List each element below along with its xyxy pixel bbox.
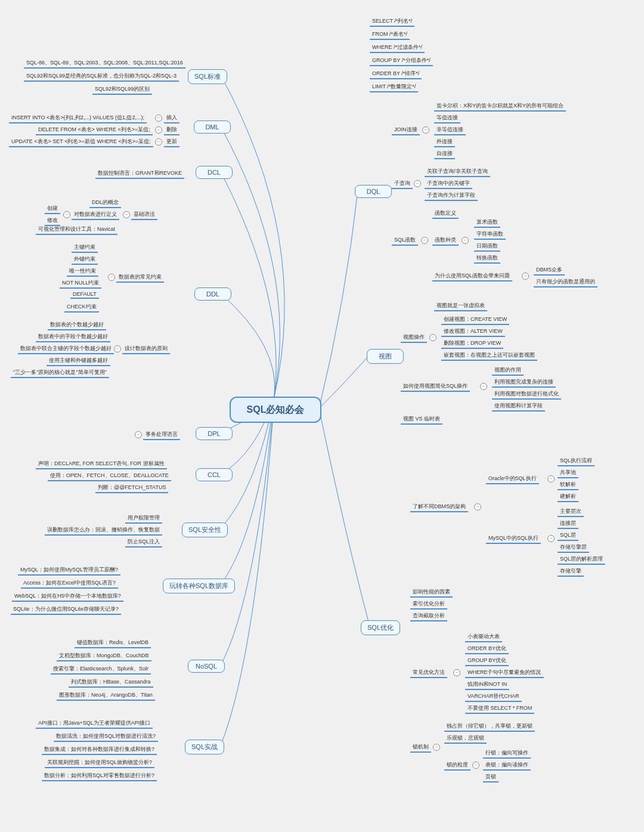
leaf: ORDER BY /*排序*/: [370, 69, 422, 79]
toggle-icon[interactable]: −: [63, 211, 70, 218]
leaf: WHERE /*过滤条件*/: [370, 43, 425, 53]
leaf: SQLite：为什么微信用SQLite存储聊天记录?: [11, 605, 121, 615]
branch-sec[interactable]: SQL安全性: [182, 522, 228, 537]
leaf: 对数据表进行定义: [72, 210, 119, 220]
leaf: 使用主键和外键越多越好: [47, 356, 110, 366]
leaf: 慎用IN和NOT IN: [465, 680, 509, 690]
leaf: 声明：DECLARE, FOR SELECT语句, FOR 游标属性: [36, 459, 167, 469]
leaf: WHERE子句中尽量避免的情况: [465, 668, 544, 678]
leaf: SQL92和SQL99的区别: [92, 85, 152, 95]
toggle-icon[interactable]: −: [472, 762, 479, 769]
leaf: 连接层: [558, 519, 578, 529]
branch-dcl[interactable]: DCL: [196, 166, 233, 179]
toggle-icon[interactable]: −: [108, 274, 115, 281]
leaf: 列式数据库：HBase、Cassandra: [69, 678, 153, 688]
leaf: MySQL中的SQL执行: [486, 534, 541, 544]
leaf: VARCHAR替代CHAR: [465, 692, 522, 702]
branch-dbs[interactable]: 玩转各种SQL数据库: [163, 579, 235, 593]
branch-view[interactable]: 视图: [367, 349, 404, 364]
leaf: SQL92和SQL99是经典的SQL标准，也分别称为SQL-2和SQL-3: [24, 72, 179, 82]
leaf: 只有很少的函数是通用的: [534, 277, 597, 287]
leaf: 日期函数: [474, 242, 500, 252]
leaf: 页锁: [483, 772, 499, 782]
leaf: 存储引擎: [558, 567, 584, 577]
leaf: 锁的粒度: [444, 760, 470, 771]
branch-ccl[interactable]: CCL: [196, 468, 233, 481]
leaf: 函数定义: [432, 209, 459, 219]
leaf: 非等值连接: [434, 125, 466, 135]
leaf: 搜索引擎：Elasticsearch、Splunk、Solr: [51, 664, 151, 675]
toggle-icon[interactable]: −: [480, 383, 487, 390]
leaf: 更新: [164, 137, 179, 147]
branch-opt[interactable]: SQL优化: [361, 620, 400, 635]
branch-sql-std[interactable]: SQL标准: [188, 69, 227, 84]
sub: 视图操作: [401, 333, 427, 343]
toggle-icon[interactable]: −: [462, 237, 469, 244]
toggle-icon[interactable]: −: [155, 138, 162, 146]
toggle-icon[interactable]: −: [422, 126, 429, 134]
leaf: SQL执行流程: [558, 456, 595, 466]
leaf: 表锁：偏向读操作: [483, 760, 531, 771]
leaf: Access：如何在Excel中使用SQL语言?: [21, 579, 118, 589]
toggle-icon[interactable]: −: [522, 273, 529, 280]
sub: 了解不同DBMS的架构: [410, 502, 468, 512]
leaf: 硬解析: [558, 492, 578, 502]
branch-practice[interactable]: SQL实战: [185, 740, 224, 754]
leaf: SQL层: [558, 531, 578, 541]
leaf: LIMIT /*数量限定*/: [370, 82, 418, 92]
sub: 锁机制: [410, 743, 431, 753]
leaf: "三少一多"原则的核心就是"简单可复用": [11, 368, 109, 378]
leaf: 插入: [164, 113, 179, 123]
leaf: 数据表中的字段个数越少越好: [36, 332, 110, 342]
branch-ddl[interactable]: DDL: [194, 287, 231, 301]
sub: 如何使用视图简化SQL操作: [401, 382, 470, 392]
toggle-icon[interactable]: −: [135, 431, 142, 438]
sub: 设计数据表的原则: [122, 344, 170, 354]
leaf: 软解析: [558, 480, 578, 490]
toggle-icon[interactable]: −: [414, 180, 421, 187]
leaf: NOT NULL约束: [60, 279, 101, 289]
leaf: CHECK约束: [64, 302, 99, 313]
leaf: 防止SQL注入: [125, 537, 162, 548]
toggle-icon[interactable]: −: [155, 115, 162, 122]
leaf: SQL层的解析原理: [558, 555, 605, 565]
leaf: UPDATE <表名> SET <列名>=新值 WHERE <列名>=某值;: [9, 137, 153, 147]
leaf: 子查询中的关键字: [425, 179, 472, 189]
toggle-icon[interactable]: −: [453, 669, 460, 676]
leaf: 存储引擎层: [558, 543, 589, 553]
leaf: 关联规则挖掘：如何使用SQL做购物篮分析?: [45, 758, 154, 768]
toggle-icon[interactable]: −: [429, 334, 436, 341]
toggle-icon[interactable]: −: [114, 345, 121, 352]
leaf: INSERT INTO <表名>(列1,列2,...) VALUES (值1,值…: [9, 113, 147, 123]
branch-dql[interactable]: DQL: [355, 185, 392, 198]
leaf: DELETE FROM <表名> WHERE <列名>=某值;: [36, 125, 153, 135]
leaf: 外键约束: [72, 255, 98, 265]
branch-dpl[interactable]: DPL: [196, 427, 233, 440]
leaf: 文档型数据库：MongoDB、CouchDB: [57, 651, 151, 661]
branch-dml[interactable]: DML: [194, 120, 231, 134]
leaf: 主键约束: [72, 243, 98, 253]
toggle-icon[interactable]: −: [421, 237, 428, 244]
sub: 基础语法: [131, 210, 157, 220]
leaf: 误删数据库怎么办：回滚、撤销操作、恢复数据: [45, 525, 162, 536]
leaf: 函数种类: [432, 236, 459, 246]
leaf: Oracle中的SQL执行: [486, 474, 539, 484]
leaf: 用户权限管理: [125, 514, 162, 524]
leaf: MySQL：如何使用MySQL管理员工薪酬?: [18, 565, 120, 576]
toggle-icon[interactable]: −: [155, 126, 162, 134]
toggle-icon[interactable]: −: [123, 211, 130, 218]
leaf: FROM /*表名*/: [370, 30, 410, 40]
toggle-icon[interactable]: −: [433, 744, 440, 751]
leaf: 影响性能的因素: [410, 587, 453, 598]
leaf: 行锁：偏向写操作: [483, 749, 531, 759]
branch-nosql[interactable]: NoSQL: [188, 660, 225, 673]
leaf: 创建视图：CREATE VIEW: [441, 315, 509, 325]
leaf: 视图 VS 临时表: [401, 415, 442, 425]
leaf: 事务处理语言: [143, 430, 180, 440]
toggle-icon[interactable]: −: [547, 475, 555, 483]
leaf: 可视化管理和设计工具：Navicat: [36, 225, 117, 235]
toggle-icon[interactable]: −: [547, 535, 555, 542]
leaf: 视图就是一张虚拟表: [434, 301, 487, 311]
toggle-icon[interactable]: −: [474, 503, 481, 511]
leaf: DEFAULT: [70, 290, 99, 299]
